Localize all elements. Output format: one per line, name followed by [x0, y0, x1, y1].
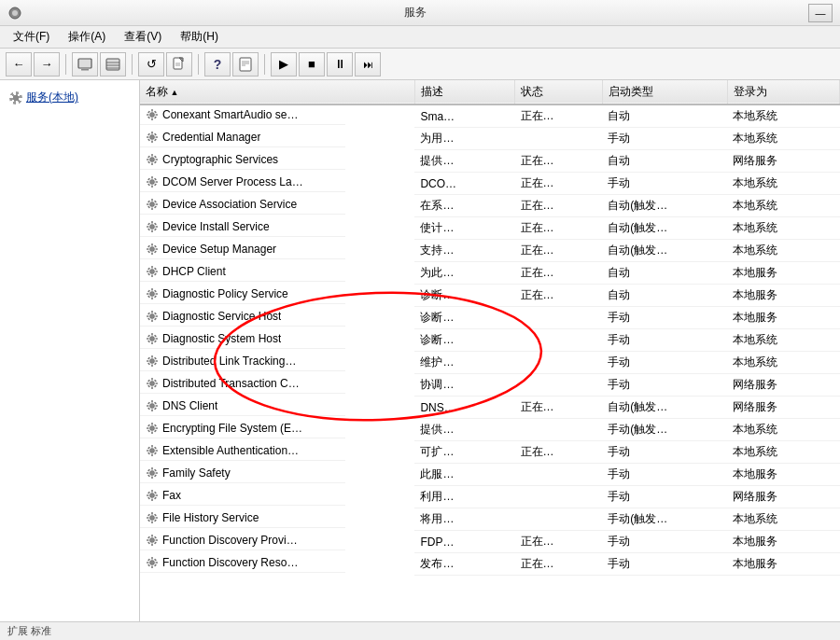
table-row[interactable]: Extensible Authentication…可扩…正在…手动本地系统 [140, 441, 840, 464]
menu-action[interactable]: 操作(A) [61, 27, 113, 47]
service-status: 正在… [515, 262, 603, 285]
table-row[interactable]: DCOM Server Process La…DCO…正在…手动本地系统 [140, 173, 840, 195]
col-header-status[interactable]: 状态 [515, 80, 603, 104]
svg-rect-33 [147, 138, 150, 141]
svg-rect-70 [154, 228, 157, 230]
svg-rect-38 [147, 159, 149, 160]
menu-help[interactable]: 帮助(H) [173, 27, 226, 47]
svg-rect-123 [147, 362, 150, 365]
svg-point-179 [150, 515, 155, 520]
services-scroll-area[interactable]: 名称 描述 状态 启动类型 登录为 [140, 80, 840, 621]
svg-rect-189 [151, 535, 153, 537]
service-login: 本地系统 [727, 508, 839, 531]
table-row[interactable]: Diagnostic System Host诊断…手动本地系统 [140, 329, 840, 352]
show-list-button[interactable] [100, 52, 126, 77]
svg-rect-139 [147, 401, 150, 404]
service-login: 本地系统 [727, 329, 839, 352]
service-status: 正在… [515, 195, 603, 217]
window-title: 服务 [22, 5, 808, 21]
table-row[interactable]: Diagnostic Policy Service诊断…正在…自动本地服务 [140, 285, 840, 307]
svg-rect-90 [151, 288, 153, 291]
table-row[interactable]: Device Setup Manager支持…正在…自动(触发…本地系统 [140, 240, 840, 262]
table-row[interactable]: Device Install Service使计…正在…自动(触发…本地系统 [140, 217, 840, 240]
col-header-startup[interactable]: 启动类型 [602, 80, 727, 104]
back-button[interactable]: ← [6, 52, 32, 77]
svg-rect-21 [156, 114, 159, 116]
service-desc: 协调… [414, 374, 514, 397]
svg-rect-117 [151, 355, 153, 358]
table-row[interactable]: Distributed Transaction C…协调…手动网络服务 [140, 374, 840, 397]
service-name: Encrypting File System (E… [162, 422, 302, 435]
table-row[interactable]: Diagnostic Service Host诊断…手动本地服务 [140, 307, 840, 329]
minimize-button[interactable]: — [808, 4, 833, 22]
service-gear-icon [146, 198, 159, 211]
col-header-desc[interactable]: 描述 [414, 80, 514, 104]
svg-rect-108 [151, 333, 153, 336]
resume-service-button[interactable]: ⏭ [355, 52, 381, 77]
svg-rect-202 [147, 558, 150, 561]
col-header-name[interactable]: 名称 [140, 80, 414, 104]
service-startup: 手动 [602, 441, 727, 464]
col-header-login[interactable]: 登录为 [727, 80, 839, 104]
forward-button[interactable]: → [34, 52, 60, 77]
table-row[interactable]: Credential Manager为用…手动本地系统 [140, 128, 840, 150]
svg-rect-169 [154, 474, 157, 477]
svg-rect-156 [156, 450, 159, 452]
svg-rect-185 [154, 513, 157, 516]
svg-rect-128 [147, 383, 149, 384]
table-row[interactable]: DNS ClientDNS…正在…自动(触发…网络服务 [140, 397, 840, 419]
table-row[interactable]: Family Safety此服…手动本地服务 [140, 464, 840, 486]
svg-rect-94 [147, 289, 150, 292]
stop-service-button[interactable]: ■ [299, 52, 325, 77]
svg-rect-172 [151, 498, 153, 501]
svg-rect-118 [151, 364, 153, 367]
local-services-item[interactable]: 服务(本地) [6, 88, 133, 107]
table-row[interactable]: Conexant SmartAudio se…Sma…正在…自动本地系统 [140, 104, 840, 128]
svg-rect-192 [156, 539, 159, 541]
service-desc: DCO… [414, 173, 514, 195]
table-row[interactable]: Fax利用…手动网络服务 [140, 486, 840, 508]
table-row[interactable]: Cryptographic Services提供…正在…自动网络服务 [140, 150, 840, 173]
pause-service-button[interactable]: ⏸ [327, 52, 353, 77]
service-startup: 手动 [602, 329, 727, 352]
svg-rect-141 [147, 407, 150, 410]
right-panel[interactable]: 名称 描述 状态 启动类型 登录为 [140, 80, 840, 621]
start-service-button[interactable]: ▶ [271, 52, 297, 77]
export-button[interactable] [166, 52, 192, 77]
status-text: 扩展 标准 [7, 624, 51, 638]
menu-view[interactable]: 查看(V) [117, 27, 169, 47]
svg-rect-63 [151, 221, 153, 224]
svg-rect-147 [156, 427, 159, 429]
service-status [515, 329, 603, 352]
service-status: 正在… [515, 285, 603, 307]
svg-rect-84 [156, 271, 159, 272]
svg-rect-86 [154, 267, 157, 270]
table-row[interactable]: Encrypting File System (E…提供…手动(触发…本地系统 [140, 419, 840, 441]
service-name: Diagnostic System Host [162, 332, 281, 345]
properties-button[interactable] [232, 52, 259, 77]
service-desc: 为此… [414, 262, 514, 285]
svg-rect-183 [156, 517, 159, 519]
menu-file[interactable]: 文件(F) [6, 27, 57, 47]
service-desc: 诊断… [414, 285, 514, 307]
svg-rect-66 [156, 226, 159, 228]
service-status [515, 307, 603, 329]
table-row[interactable]: File History Service将用…手动(触发…本地系统 [140, 508, 840, 531]
table-row[interactable]: Function Discovery Reso…发布…正在…手动本地服务 [140, 553, 840, 576]
table-row[interactable]: Device Association Service在系…正在…自动(触发…本地… [140, 195, 840, 217]
service-gear-icon [146, 489, 159, 502]
svg-point-143 [150, 425, 155, 430]
svg-rect-92 [147, 293, 149, 295]
svg-rect-47 [147, 181, 149, 183]
show-console-button[interactable] [72, 52, 98, 77]
service-gear-icon [146, 243, 159, 256]
svg-rect-130 [147, 379, 150, 382]
table-row[interactable]: DHCP Client为此…正在…自动本地服务 [140, 262, 840, 285]
table-row[interactable]: Distributed Link Tracking…维护…手动本地系统 [140, 352, 840, 374]
help-button[interactable]: ? [204, 52, 231, 77]
svg-rect-81 [151, 266, 153, 269]
svg-rect-142 [154, 407, 157, 410]
refresh-button[interactable]: ↺ [138, 52, 164, 77]
table-row[interactable]: Function Discovery Provi…FDP…正在…手动本地服务 [140, 531, 840, 553]
service-login: 本地服务 [727, 262, 839, 285]
